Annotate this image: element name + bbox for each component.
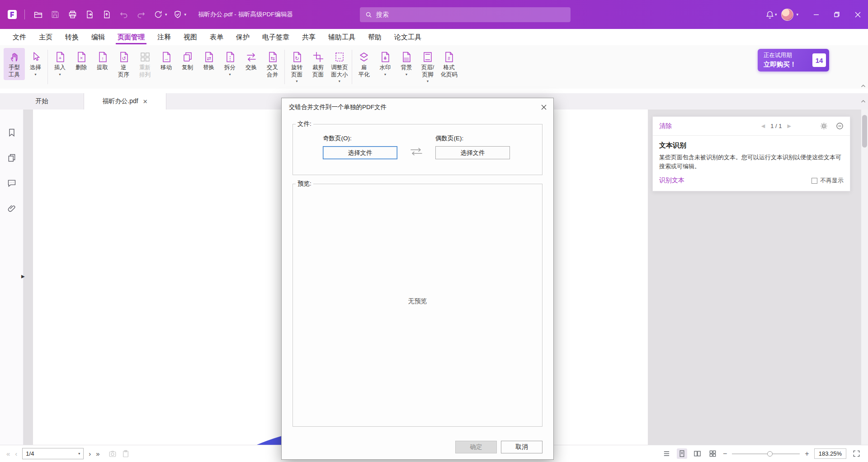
recognize-text-link[interactable]: 识别文本 [659,176,684,185]
safe-mode-caret-icon[interactable] [184,12,187,17]
open-file-icon[interactable] [30,7,46,22]
scroll-up-icon[interactable] [861,97,866,105]
notification-tools [820,122,844,130]
notification-settings-gear-icon[interactable] [820,122,828,130]
facing-pages-view-icon[interactable] [692,448,703,459]
ribbon-rotate-pages[interactable]: ↻ 旋转 页面 [286,48,307,85]
share-doc-icon[interactable] [99,7,114,22]
menu-item-share[interactable]: 共享 [296,29,322,45]
comments-panel-icon[interactable] [5,176,19,190]
menu-item-convert[interactable]: 转换 [59,29,85,45]
bookmarks-panel-icon[interactable] [5,126,19,139]
ribbon-crop-pages[interactable]: 裁剪 页面 [307,48,329,80]
collapse-ribbon-icon[interactable] [861,81,866,90]
expand-panel-icon[interactable] [21,274,25,279]
menu-item-page-management[interactable]: 页面管理 [111,29,151,45]
zoom-out-icon[interactable] [723,450,727,457]
snapshot-icon[interactable] [108,450,117,458]
menu-item-accessibility[interactable]: 辅助工具 [322,29,362,45]
tab-start[interactable]: 开始 [0,93,84,110]
ribbon-background[interactable]: 背景 [396,48,417,78]
choose-even-file-button[interactable]: 选择文件 [435,146,510,159]
menu-item-home[interactable]: 主页 [33,29,59,45]
ribbon-move[interactable]: → 移动 [156,48,177,73]
fullscreen-icon[interactable] [851,448,862,459]
single-page-view-icon[interactable] [677,448,687,459]
ribbon-swap[interactable]: 交换 [241,48,262,73]
zoom-slider[interactable] [732,453,800,454]
notifications-caret-icon[interactable] [775,12,777,17]
menu-item-help[interactable]: 帮助 [362,29,388,45]
undo-icon[interactable] [116,7,132,22]
tab-close-icon[interactable] [143,98,148,105]
ribbon-extract[interactable]: ↑ 提取 [92,48,113,73]
previous-page-icon[interactable] [15,450,17,457]
grid-view-icon[interactable] [708,448,718,459]
menu-item-protect[interactable]: 保护 [230,29,256,45]
tab-document[interactable]: 福昕办公.pdf [84,93,166,110]
dialog-close-icon[interactable] [534,98,553,116]
choose-odd-file-button[interactable]: 选择文件 [323,146,397,159]
first-page-icon[interactable] [6,450,10,457]
hand-icon [9,51,20,63]
quick-tools-caret-icon[interactable] [165,12,167,17]
page-number-combobox[interactable]: 1/4 [22,448,84,459]
search-box[interactable]: 搜索 [360,7,571,22]
dont-show-again-checkbox[interactable]: 不再显示 [811,176,844,185]
ribbon-flatten[interactable]: 扁 平化 [354,48,375,80]
ribbon-select[interactable]: 选择 [25,48,46,78]
save-icon[interactable] [47,7,63,22]
menu-item-form[interactable]: 表单 [203,29,230,45]
close-button[interactable] [847,0,868,29]
ribbon-copy[interactable]: 复制 [177,48,198,73]
clear-notifications-button[interactable]: 清除 [659,122,672,130]
ribbon-reverse-order[interactable]: ↺ 逆 页序 [113,48,134,80]
vertical-scrollbar[interactable] [861,110,868,445]
menu-item-esign[interactable]: 电子签章 [256,29,296,45]
dialog-titlebar[interactable]: 交错合并文件到一个单独的PDF文件 [282,98,553,116]
svg-text:×: × [80,55,82,61]
buy-now-banner[interactable]: 正在试用期 立即购买！ 14 [758,49,829,71]
foxit-logo-icon[interactable] [5,8,19,21]
print-icon[interactable] [65,7,80,22]
next-page-icon[interactable] [89,450,91,457]
safe-mode-icon[interactable] [170,7,185,22]
menu-item-edit[interactable]: 编辑 [85,29,111,45]
quick-tools-icon[interactable] [151,7,166,22]
next-notification-icon[interactable] [788,123,791,129]
clipboard-icon[interactable] [122,450,130,458]
ribbon-interleave-merge[interactable]: ⇆ 交叉 合并 [262,48,283,80]
ribbon-format-page-numbers[interactable]: # 格式 化页码 [439,48,460,80]
ribbon-replace[interactable]: ⇄ 替换 [198,48,219,73]
ribbon-watermark[interactable]: 水印 [375,48,396,78]
menu-item-comment[interactable]: 注释 [151,29,177,45]
ribbon-header-footer[interactable]: 页眉/ 页脚 [417,48,439,85]
ribbon-hand-tool[interactable]: 手型 工具 [4,48,25,80]
reading-mode-icon[interactable] [661,448,672,459]
scrollbar-thumb[interactable] [862,115,867,148]
ribbon-insert[interactable]: + 插入 [49,48,71,78]
last-page-icon[interactable] [96,450,99,457]
file-pickers-row: 奇数页(O): 选择文件 偶数页(E): 选择文件 [293,128,542,159]
menu-item-paper-tools[interactable]: 论文工具 [388,29,428,45]
export-pdf-icon[interactable] [82,7,97,22]
minimize-notification-icon[interactable] [836,122,844,130]
checkbox-icon[interactable] [811,178,817,184]
zoom-slider-handle[interactable] [767,451,773,457]
zoom-percentage[interactable]: 183.25% [814,448,846,459]
menu-item-view[interactable]: 视图 [177,29,203,45]
prev-notification-icon[interactable] [761,123,765,129]
ribbon-split[interactable]: 拆分 [219,48,241,78]
pages-panel-icon[interactable] [5,151,19,165]
cancel-button[interactable]: 取消 [501,441,542,453]
attachments-panel-icon[interactable] [5,202,19,215]
minimize-button[interactable] [806,0,826,29]
account-caret-icon[interactable] [796,12,798,17]
user-avatar[interactable] [781,9,793,21]
ribbon-delete[interactable]: × 删除 [71,48,92,73]
redo-icon[interactable] [133,7,149,22]
zoom-in-icon[interactable] [805,450,809,457]
menu-item-file[interactable]: 文件 [6,29,33,45]
maximize-button[interactable] [826,0,847,29]
ribbon-resize-pages[interactable]: ↔ 调整页 面大小 [329,48,350,85]
